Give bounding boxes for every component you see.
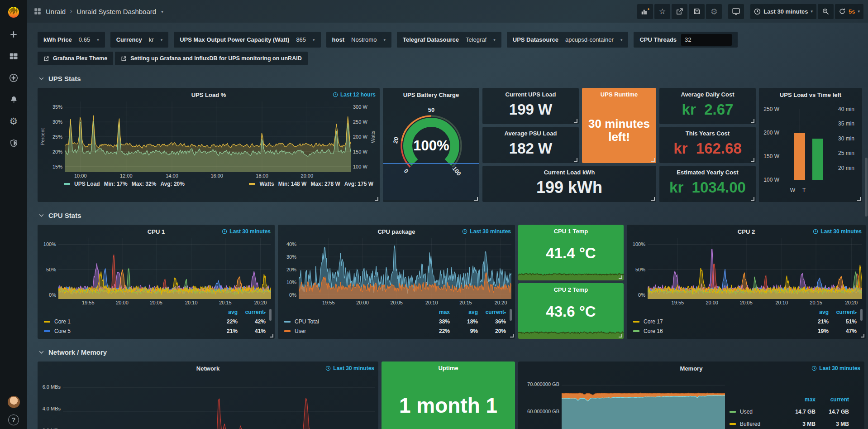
legend-row[interactable]: Core 16 19% 47% (633, 326, 857, 336)
variable-telegraf-datasource[interactable]: Telegraf Datasource Telegraf ▾ (397, 32, 501, 48)
legend-row[interactable]: User 22% 9% 20% (284, 326, 506, 336)
variable-currency[interactable]: Currency kr ▾ (110, 32, 168, 48)
panel-ups-load: UPS Load % Last 12 hours Percent 35%30%2… (38, 88, 380, 202)
legend-col-header[interactable]: current▾ (238, 309, 266, 315)
share-button[interactable] (672, 4, 687, 19)
legend-col-header[interactable]: current (816, 396, 849, 403)
panel-title[interactable]: Network (196, 365, 219, 372)
breadcrumb-caret-icon[interactable]: ▾ (161, 9, 163, 14)
panel-this-years-cost: This Years Cost kr 162.68 (659, 127, 756, 163)
time-range-picker[interactable]: Last 30 minutes ▾ (750, 4, 816, 19)
bar-chart[interactable] (782, 102, 836, 187)
explore-compass-icon[interactable] (0, 67, 27, 89)
legend-row[interactable]: Core 1 22% 42% (44, 317, 266, 326)
dashboards-icon[interactable] (0, 45, 27, 67)
save-button[interactable] (689, 4, 705, 19)
x-axis-ticks: 19:5520:0020:0520:1020:1520:20 (299, 299, 511, 306)
cpu-threads-input[interactable] (681, 34, 732, 46)
bar-categories: WT (782, 187, 815, 195)
panel-title[interactable]: UPS Load vs Time left (780, 92, 841, 98)
create-plus-icon[interactable] (0, 24, 27, 45)
refresh-button[interactable]: 5s ▾ (835, 4, 863, 19)
legend-col-header[interactable]: avg (801, 309, 829, 315)
caret-down-icon: ▾ (161, 38, 163, 42)
breadcrumb-dashboard-title[interactable]: Unraid System Dashboard (76, 8, 156, 15)
legend-item-ups-load[interactable]: UPS Load Min: 17% Max: 32% Avg: 20% (64, 181, 185, 187)
cpu-package-chart[interactable] (299, 238, 511, 299)
panel-title[interactable]: Memory (680, 365, 703, 372)
caret-down-icon: ▾ (313, 38, 315, 42)
chevron-down-icon (38, 76, 44, 82)
panel-time-range[interactable]: Last 30 minutes (222, 228, 271, 235)
legend-col-header[interactable]: max (422, 309, 450, 315)
panel-title[interactable]: CPU 1 (148, 228, 165, 235)
legend-col-header[interactable]: current▾ (829, 309, 857, 315)
panel-time-range[interactable]: Last 30 minutes (813, 228, 862, 235)
legend-row[interactable]: Used 14.7 GB 14.7 GB (730, 405, 849, 418)
refresh-interval-label: 5s (849, 8, 855, 15)
link-ups-monitoring-guide[interactable]: Setting up Grafana and InfluxDB for UPS … (115, 52, 307, 65)
configuration-gear-icon[interactable]: ⚙ (0, 111, 27, 132)
legend-col-header[interactable]: avg (450, 309, 478, 315)
cpu1-temp-sparkline (518, 267, 624, 280)
ups-stats-row: UPS Load % Last 12 hours Percent 35%30%2… (38, 88, 868, 202)
variable-ups-datasource[interactable]: UPS Datasource apcupsd-container ▾ (507, 32, 629, 48)
variable-host[interactable]: host Nostromo ▾ (326, 32, 391, 48)
external-link-icon (43, 56, 49, 62)
legend-row[interactable]: Core 5 21% 41% (44, 326, 266, 336)
cpu1-chart[interactable] (58, 238, 271, 299)
grafana-logo-icon[interactable] (0, 0, 27, 24)
panel-time-range[interactable]: Last 30 minutes (462, 228, 511, 235)
legend-item-watts[interactable]: Watts Min: 148 W Max: 278 W Avg: 175 W (249, 181, 373, 187)
panel-average-daily-cost: Average Daily Cost kr 2.67 (659, 88, 756, 124)
legend-col-header[interactable]: max (782, 396, 816, 403)
panel-time-range[interactable]: Last 30 minutes (325, 365, 374, 371)
cpu2-chart[interactable] (648, 238, 862, 299)
panel-time-range[interactable]: Last 12 hours (333, 92, 376, 98)
legend-col-header[interactable]: current▾ (478, 309, 506, 315)
panel-time-range[interactable]: Last 30 minutes (811, 365, 860, 371)
help-icon[interactable]: ? (8, 415, 19, 425)
panel-title[interactable]: UPS Load % (191, 92, 226, 98)
page-scrollbar[interactable] (865, 158, 868, 217)
link-grafana-plex-theme[interactable]: Grafana Plex Theme (38, 52, 113, 65)
y-axis-label-left: Percent (39, 101, 46, 172)
dashboard-links: Grafana Plex Theme Setting up Grafana an… (38, 52, 868, 65)
network-chart[interactable] (63, 375, 375, 429)
breadcrumb-folder[interactable]: Unraid (46, 8, 66, 15)
ups-load-chart[interactable] (65, 101, 351, 172)
legend-row[interactable]: CPU Total 38% 18% 36% (284, 317, 506, 326)
variable-kwh-price[interactable]: kWh Price 0.65 ▾ (38, 32, 105, 48)
panel-title[interactable]: CPU 2 (738, 228, 755, 235)
memory-chart[interactable] (562, 375, 725, 429)
legend-table: max current Used 14.7 GB 14.7 GB Buffere… (725, 375, 861, 429)
section-cpu-stats[interactable]: CPU Stats (38, 212, 868, 219)
stat-value: kr 1034.00 (669, 176, 746, 202)
legend-scrollbar[interactable] (269, 309, 272, 321)
dashboard-grid-icon[interactable] (33, 7, 42, 15)
legend-scrollbar[interactable] (510, 309, 512, 321)
legend-row[interactable]: Buffered 3 MB 3 MB (730, 418, 849, 429)
legend-scrollbar[interactable] (860, 309, 863, 321)
dashboard-settings-gear-icon[interactable]: ⚙ (706, 4, 722, 19)
variable-ups-max-output[interactable]: UPS Max Output Power Capacity (Watt) 865… (174, 32, 320, 48)
section-network-memory[interactable]: Network / Memory (38, 348, 868, 356)
legend-row[interactable]: Core 17 21% 51% (633, 317, 857, 326)
alerting-bell-icon[interactable] (0, 89, 27, 111)
legend-col-header[interactable]: avg (210, 309, 238, 315)
zoom-out-button[interactable] (818, 4, 834, 19)
caret-down-icon: ▾ (620, 38, 623, 42)
star-button[interactable]: ☆ (654, 4, 670, 19)
section-ups-stats[interactable]: UPS Stats (38, 75, 868, 82)
ups-stat-grid: Current UPS Load 199 W UPS Runtime 30 mi… (482, 88, 756, 202)
user-avatar[interactable] (8, 396, 20, 408)
stat-value: 30 minutes left! (582, 98, 656, 163)
panel-title[interactable]: UPS Battery Charge (403, 92, 459, 98)
server-admin-shield-icon[interactable] (0, 132, 27, 154)
x-axis-ticks: 19:5520:0020:0520:1020:1520:20 (648, 299, 862, 306)
cycle-view-tv-button[interactable] (728, 4, 744, 19)
add-panel-button[interactable] (637, 4, 653, 19)
navbar-actions: ☆ ⚙ Last 30 minutes ▾ (636, 4, 863, 19)
panel-title[interactable]: CPU package (377, 228, 415, 235)
stat-value: 182 W (509, 137, 552, 163)
